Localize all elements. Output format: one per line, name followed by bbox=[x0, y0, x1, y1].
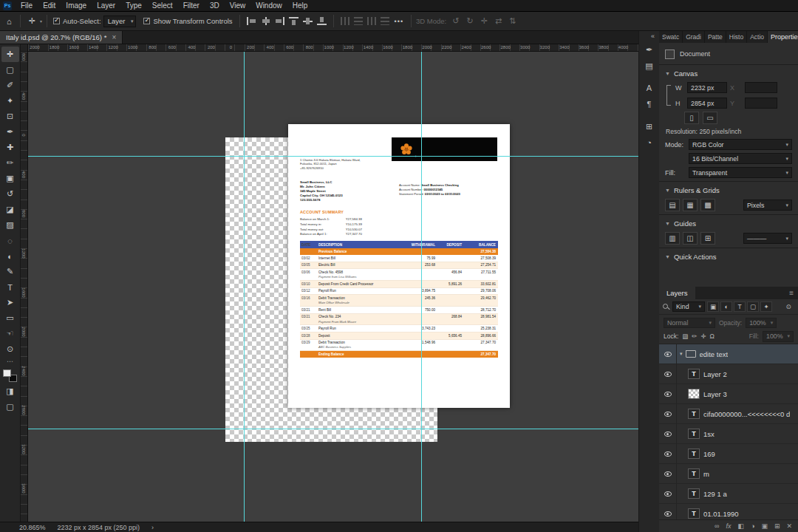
canvas-fill-dropdown[interactable]: Transparent▾ bbox=[689, 167, 792, 178]
toggle-snap-icon[interactable]: ▩ bbox=[700, 199, 715, 211]
filter-adjustment-layers-icon[interactable]: ◐ bbox=[720, 301, 732, 312]
horizontal-ruler[interactable]: 2000180016001400120010008006004002000200… bbox=[28, 44, 638, 52]
link-layers-icon[interactable]: ∞ bbox=[715, 522, 719, 530]
layer-row[interactable]: T1sx bbox=[659, 424, 798, 444]
align-bottom-edges-icon[interactable] bbox=[317, 17, 327, 25]
auto-select-target-dropdown[interactable]: Layer bbox=[103, 16, 137, 27]
document-size-info[interactable]: 2232 px x 2854 px (250 ppi) bbox=[58, 524, 140, 531]
distribute-spacing-v-icon[interactable] bbox=[381, 17, 389, 25]
tab-properties[interactable]: Properties bbox=[768, 31, 798, 43]
layer-visibility-cell[interactable] bbox=[659, 364, 677, 384]
auto-select-checkbox[interactable] bbox=[53, 18, 60, 24]
document-tab[interactable]: Italy id.psd @ 20.7% (RGB/16) * × bbox=[0, 31, 123, 44]
fill-field[interactable]: 100%▾ bbox=[763, 331, 794, 342]
collapse-dock-icon[interactable]: « bbox=[651, 31, 659, 41]
toggle-rulers-icon[interactable]: ▤ bbox=[665, 199, 680, 211]
align-vertical-centers-icon[interactable] bbox=[303, 17, 313, 25]
vertical-ruler[interactable]: 8004000400800120016002000240028003200360… bbox=[21, 52, 28, 522]
align-top-edges-icon[interactable] bbox=[289, 17, 299, 25]
glyphs-panel-icon[interactable]: ⊞ bbox=[641, 119, 658, 134]
align-left-edges-icon[interactable] bbox=[247, 17, 256, 25]
layer-visibility-cell[interactable] bbox=[659, 464, 677, 484]
layer-visibility-cell[interactable] bbox=[659, 504, 677, 521]
vertical-guide[interactable] bbox=[421, 52, 422, 522]
eye-icon[interactable] bbox=[664, 491, 672, 497]
layer-mask-icon[interactable]: ◧ bbox=[737, 522, 744, 530]
horizontal-guide[interactable] bbox=[28, 156, 638, 157]
menu-file[interactable]: File bbox=[16, 0, 38, 12]
layer-row[interactable]: Layer 3 bbox=[659, 384, 798, 404]
canvas-width-field[interactable]: 2232 px bbox=[687, 82, 727, 93]
filter-type-layers-icon[interactable]: T bbox=[734, 301, 746, 312]
lock-guides-icon[interactable]: ◫ bbox=[683, 232, 698, 245]
home-icon[interactable]: ⌂ bbox=[3, 17, 16, 26]
quick-actions-section-header[interactable]: ▼ Quick Actions bbox=[665, 250, 792, 263]
filter-smart-objects-icon[interactable]: ✦ bbox=[760, 301, 772, 312]
lock-all-icon[interactable]: Ω bbox=[710, 332, 715, 340]
filter-kind-dropdown[interactable]: Kind▾ bbox=[672, 301, 705, 312]
show-transform-controls-checkbox[interactable] bbox=[143, 18, 150, 24]
eye-icon[interactable] bbox=[664, 392, 672, 397]
new-guide-layout-icon[interactable]: ⊞ bbox=[700, 232, 715, 245]
rectangular-marquee-tool[interactable]: ▢ bbox=[1, 62, 19, 78]
menu-edit[interactable]: Edit bbox=[38, 0, 61, 12]
distribute-vertical-icon[interactable] bbox=[354, 17, 363, 25]
history-brush-tool[interactable]: ↺ bbox=[1, 186, 19, 202]
menu-filter[interactable]: Filter bbox=[178, 0, 205, 12]
tab-layers[interactable]: Layers bbox=[659, 287, 695, 299]
history-panel-icon[interactable]: ◔ bbox=[641, 135, 658, 150]
layer-visibility-cell[interactable] bbox=[659, 344, 677, 364]
new-layer-icon[interactable]: ⊞ bbox=[774, 522, 780, 530]
menu-layer[interactable]: Layer bbox=[92, 0, 120, 12]
rectangle-tool[interactable]: ▭ bbox=[1, 310, 19, 326]
align-horizontal-centers-icon[interactable] bbox=[261, 17, 270, 25]
lock-transparency-icon[interactable]: ▨ bbox=[682, 332, 688, 340]
layer-row[interactable]: TLayer 2 bbox=[659, 364, 798, 384]
layer-row[interactable]: T169 bbox=[659, 444, 798, 464]
menu-select[interactable]: Select bbox=[147, 0, 178, 12]
bit-depth-dropdown[interactable]: 16 Bits/Channel▾ bbox=[689, 153, 792, 164]
align-right-edges-icon[interactable] bbox=[275, 17, 284, 25]
blend-mode-dropdown[interactable]: Normal▾ bbox=[664, 318, 715, 328]
close-icon[interactable]: × bbox=[112, 33, 116, 41]
move-tool[interactable]: ✛ bbox=[1, 47, 19, 62]
toggle-grid-icon[interactable]: ▦ bbox=[683, 199, 698, 211]
path-selection-tool[interactable]: ➤ bbox=[1, 295, 19, 310]
lasso-tool[interactable]: ✐ bbox=[1, 78, 19, 93]
filter-shape-layers-icon[interactable]: ▢ bbox=[747, 301, 759, 312]
eye-icon[interactable] bbox=[664, 412, 672, 417]
delete-layer-icon[interactable]: ✕ bbox=[786, 522, 792, 530]
layer-visibility-cell[interactable] bbox=[659, 404, 677, 424]
layer-row[interactable]: T129 1 a bbox=[659, 484, 798, 504]
canvas-viewport[interactable]: ✦ 1 Chome-3-6 Hakata Ekimae, Hakata Ward… bbox=[28, 52, 638, 522]
brush-tool[interactable]: ✏ bbox=[1, 155, 19, 171]
zoom-tool[interactable]: ⊙ bbox=[1, 341, 19, 357]
menu-3d[interactable]: 3D bbox=[205, 0, 225, 12]
canvas-portrait-icon[interactable]: ▯ bbox=[684, 112, 699, 124]
eyedropper-tool[interactable]: ✒ bbox=[1, 124, 19, 140]
ruler-units-dropdown[interactable]: Pixels▾ bbox=[743, 200, 792, 211]
pen-tool[interactable]: ✎ bbox=[1, 264, 19, 279]
eraser-tool[interactable]: ◪ bbox=[1, 202, 19, 217]
chevron-down-icon[interactable]: ▾ bbox=[680, 351, 683, 357]
tab-actio[interactable]: Actio bbox=[747, 31, 768, 43]
canvas-height-field[interactable]: 2854 px bbox=[687, 98, 727, 109]
tab-swatc[interactable]: Swatc bbox=[659, 31, 683, 43]
brush-settings-panel-icon[interactable]: ✒ bbox=[641, 42, 658, 57]
hand-tool[interactable]: ☜ bbox=[1, 326, 19, 341]
canvas-landscape-icon[interactable]: ▭ bbox=[703, 112, 717, 124]
opacity-field[interactable]: 100%▾ bbox=[746, 318, 777, 328]
foreground-color-swatch[interactable] bbox=[3, 369, 11, 377]
layer-visibility-cell[interactable] bbox=[659, 444, 677, 464]
color-mode-dropdown[interactable]: RGB Color▾ bbox=[689, 139, 792, 150]
quick-selection-tool[interactable]: ✦ bbox=[1, 93, 19, 109]
tab-patte[interactable]: Patte bbox=[705, 31, 726, 43]
crop-tool[interactable]: ⊡ bbox=[1, 109, 19, 124]
layer-row[interactable]: Tm bbox=[659, 464, 798, 484]
filter-pixel-layers-icon[interactable]: ▣ bbox=[707, 301, 719, 312]
eye-icon[interactable] bbox=[664, 451, 672, 457]
screen-mode-icon[interactable]: ▢ bbox=[1, 399, 19, 415]
canvas-section-header[interactable]: ▼ Canvas bbox=[665, 67, 792, 80]
more-options-button[interactable]: ••• bbox=[392, 18, 406, 25]
move-tool-preset-icon[interactable]: ✛ bbox=[25, 16, 39, 26]
